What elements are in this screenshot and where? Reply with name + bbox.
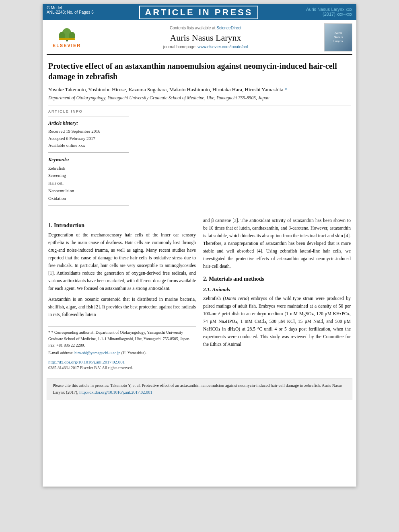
journal-title-block: Contents lists available at ScienceDirec… — [87, 26, 324, 49]
authors-text: Yosuke Takemoto, Yoshinobu Hirose, Kazum… — [48, 86, 284, 92]
affiliation: Department of Otolaryngology, Yamaguchi … — [48, 95, 351, 100]
article-info-header: ARTICLE INFO — [48, 109, 129, 113]
intro-title: 1. Introduction — [48, 222, 196, 229]
animals-subtitle: 2.1. Animals — [203, 286, 351, 293]
contents-available-text: Contents lists available at — [170, 26, 215, 30]
available-date: Available online xxx — [48, 142, 129, 149]
received-date: Received 19 September 2016 — [48, 128, 129, 135]
g-model: G Model — [47, 6, 94, 10]
homepage-url[interactable]: www.elsevier.com/locate/anl — [197, 45, 248, 49]
elsevier-text: ELSEVIER — [53, 43, 81, 48]
authors-line: Yosuke Takemoto, Yoshinobu Hirose, Kazum… — [48, 86, 351, 93]
header-right: Auris Nasus Larynx xxx (2017) xxx–xxx — [304, 6, 352, 16]
body-left-col: 1. Introduction Degeneration of the mech… — [48, 217, 196, 370]
journal-name: Auris Nasus Larynx — [87, 33, 324, 43]
keyword-zebrafish: Zebrafish — [48, 164, 129, 172]
footnote-email-line: E-mail address: hiro-shi@yamaguchi-u.ac.… — [48, 350, 196, 356]
header-band: G Model ANL-2243; No. of Pages 6 ARTICLE… — [43, 4, 356, 20]
keyword-haircell: Hair cell — [48, 179, 129, 187]
keyword-oxidation: Oxidation — [48, 195, 129, 202]
doi-link[interactable]: http://dx.doi.org/10.1016/j.anl.2017.02.… — [48, 359, 196, 364]
journal-thumbnail: Auris Nasus Larynx — [324, 23, 352, 51]
sciencedirect-link[interactable]: ScienceDirect — [216, 26, 241, 30]
elsevier-tree-icon — [56, 27, 78, 42]
article-num: ANL-2243; No. of Pages 6 — [47, 10, 94, 14]
citation-box: Please cite this article in press as: Ta… — [47, 378, 352, 401]
thumb-line1: Auris — [335, 31, 342, 35]
journal-header: ELSEVIER Contents lists available at Sci… — [47, 20, 352, 55]
keywords-title: Keywords: — [48, 157, 129, 163]
animals-p1: Zebrafish (Danio rerio) embryos of the w… — [203, 295, 351, 348]
svg-rect-4 — [59, 38, 75, 40]
keyword-nanoemulsion: Nanoemulsion — [48, 187, 129, 195]
intro-p1: Degeneration of the mechanosensory hair … — [48, 231, 196, 292]
corresponding-star: * — [284, 86, 288, 92]
left-column: ARTICLE INFO Article history: Received 1… — [48, 109, 129, 209]
divider-info — [48, 117, 129, 117]
article-in-press-block: ARTICLE IN PRESS — [98, 6, 300, 19]
history-dates: Received 19 September 2016 Accepted 6 Fe… — [48, 128, 129, 149]
citation-doi-link[interactable]: http://dx.doi.org/10.1016/j.anl.2017.02.… — [79, 390, 152, 394]
thumb-line3: Larynx — [333, 39, 343, 43]
history-label: Article history: — [48, 120, 129, 126]
model-info: G Model ANL-2243; No. of Pages 6 — [47, 6, 94, 14]
footnote-star: * — [48, 330, 51, 335]
journal-line: Auris Nasus Larynx xxx (2017) xxx–xxx — [304, 7, 352, 16]
footnote-affil: * Corresponding author at: Department of… — [48, 330, 190, 347]
accepted-date: Accepted 6 February 2017 — [48, 135, 129, 142]
methods-title: 2. Materials and methods — [203, 276, 351, 282]
footnote-text: * * Corresponding author at: Department … — [48, 329, 196, 349]
elsevier-logo: ELSEVIER — [47, 27, 87, 49]
right-p1: and β-carotene [3]. The antioxidant acti… — [203, 217, 351, 270]
body-columns: 1. Introduction Degeneration of the mech… — [48, 217, 351, 370]
page: G Model ANL-2243; No. of Pages 6 ARTICLE… — [43, 4, 356, 487]
thumb-line2: Nasus — [334, 35, 343, 39]
footnote-area: * * Corresponding author at: Department … — [48, 327, 196, 370]
main-content: Protective effect of an astaxanthin nano… — [43, 55, 356, 374]
email-label: E-mail address: — [48, 351, 73, 355]
divider-end-left — [48, 205, 129, 205]
divider-keywords — [48, 152, 129, 153]
homepage-label: journal homepage: — [163, 45, 197, 49]
article-in-press-label: ARTICLE IN PRESS — [139, 6, 258, 19]
keywords-section: Keywords: Zebrafish Screening Hair cell … — [48, 157, 129, 202]
body-right-col: and β-carotene [3]. The antioxidant acti… — [203, 217, 351, 370]
journal-homepage: journal homepage: www.elsevier.com/locat… — [87, 45, 324, 49]
article-title: Protective effect of an astaxanthin nano… — [48, 61, 351, 82]
copyright-text: 0385-8146/© 2017 Elsevier B.V. All right… — [48, 366, 196, 370]
email-suffix: (H. Yamashita). — [121, 351, 147, 355]
two-column-layout: ARTICLE INFO Article history: Received 1… — [48, 109, 351, 209]
contents-line: Contents lists available at ScienceDirec… — [87, 26, 324, 30]
email-link[interactable]: hiro-shi@yamaguchi-u.ac.jp — [74, 351, 120, 355]
intro-p2: Astaxanthin is an oceanic carotenoid tha… — [48, 296, 196, 318]
divider-1 — [48, 105, 351, 105]
keyword-screening: Screening — [48, 172, 129, 179]
right-column-abstract — [136, 109, 351, 209]
